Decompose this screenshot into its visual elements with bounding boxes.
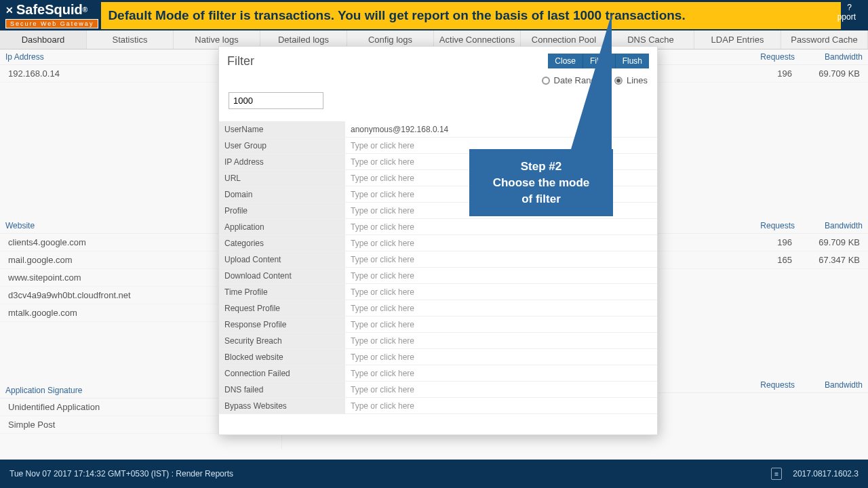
filter-input-request-profile[interactable] [345,302,657,315]
filter-label-profile: Profile [219,203,345,218]
logo-text: SafeSquid [16,2,83,18]
filter-input-application[interactable] [345,220,657,234]
filter-row: Blocked website [219,349,657,365]
mime-head-bw: Bandwidth [795,380,863,390]
user-head-requests: Requests [741,52,795,62]
filter-label-categories: Categories [219,235,345,251]
filter-input-upload-content[interactable] [345,253,657,266]
filter-row: Bypass Websites [219,398,657,414]
callout-line2: Choose the mode [483,175,599,191]
tab-statistics[interactable]: Statistics [87,30,174,49]
filter-label-application: Application [219,219,345,235]
filter-row: Application [219,219,657,235]
filter-label-user-group: User Group [219,138,345,153]
filter-input-dns-failed[interactable] [345,383,657,396]
cat-head-bw: Bandwidth [795,221,863,230]
cat-head-requests: Requests [741,221,795,230]
filter-label-upload-content: Upload Content [219,251,345,267]
topbar: ✕ SafeSquid ® Secure Web Gateway Default… [0,0,868,30]
footer: Tue Nov 07 2017 17:14:32 GMT+0530 (IST) … [0,460,868,488]
filter-input-download-content[interactable] [345,269,657,283]
flush-button[interactable]: Flush [615,54,649,68]
filter-row: Upload Content [219,251,657,268]
app-head-label: Application Signature [5,386,222,395]
user-head-bw: Bandwidth [795,52,863,62]
filter-input-security-breach[interactable] [345,334,657,348]
filter-modal-title: Filter [227,54,548,68]
filter-label-bypass-websites: Bypass Websites [219,398,345,413]
filter-label-response-profile: Response Profile [219,317,345,332]
filter-input-categories[interactable] [345,237,657,250]
mime-head-requests: Requests [741,380,795,390]
filter-input-blocked-website[interactable] [345,350,657,364]
filter-label-security-breach: Security Breach [219,333,345,348]
tab-password-cache[interactable]: Password Cache [781,30,868,49]
filter-input-bypass-websites[interactable] [345,399,657,413]
help-icon[interactable]: ? [847,3,852,12]
callout-line3: of filter [483,191,599,207]
lines-input[interactable] [229,92,323,109]
filter-label-domain: Domain [219,186,345,202]
ip-head-label: Ip Address [5,52,222,62]
lines-label: Lines [627,75,648,85]
callout-line1: Step #2 [483,159,599,175]
tab-dashboard[interactable]: Dashboard [0,30,87,49]
filter-row: Categories [219,235,657,251]
filter-input-response-profile[interactable] [345,318,657,331]
footer-status: Tue Nov 07 2017 17:14:32 GMT+0530 (IST) … [9,469,233,479]
date-range-radio[interactable] [542,77,550,85]
filter-label-ip-address: IP Address [219,154,345,169]
filter-input-time-profile[interactable] [345,285,657,299]
logo-reg: ® [83,6,87,14]
info-banner: Default Mode of filter is transactions. … [101,2,841,29]
filter-row: DNS failed [219,382,657,398]
filter-label-download-content: Download Content [219,268,345,283]
footer-version: 2017.0817.1602.3 [793,469,859,479]
filter-label-blocked-website: Blocked website [219,349,345,365]
document-icon[interactable]: ≡ [771,468,782,480]
filter-label-request-profile: Request Profile [219,300,345,316]
filter-row: Time Profile [219,284,657,300]
support-label-partial: pport [837,12,856,22]
logo: ✕ SafeSquid ® Secure Web Gateway [0,1,98,30]
filter-row: Connection Failed [219,365,657,382]
filter-label-username: UserName [219,121,345,137]
filter-row: Security Breach [219,333,657,349]
filter-row: Request Profile [219,300,657,317]
filter-label-connection-failed: Connection Failed [219,365,345,381]
filter-label-dns-failed: DNS failed [219,382,345,397]
lines-radio[interactable] [614,77,623,85]
filter-label-url: URL [219,170,345,186]
tab-ldap-entries[interactable]: LDAP Entries [694,30,781,49]
filter-row: Download Content [219,268,657,284]
filter-row: Response Profile [219,317,657,333]
filter-input-connection-failed[interactable] [345,367,657,380]
logo-icon: ✕ [5,5,14,16]
filter-label-time-profile: Time Profile [219,284,345,300]
web-head-label: Website [5,221,222,230]
logo-subtitle: Secure Web Gateway [5,19,98,28]
